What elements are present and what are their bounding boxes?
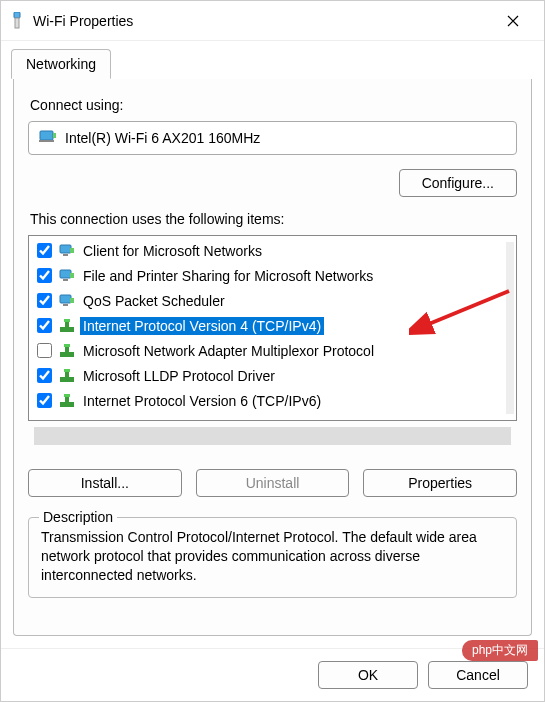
svg-rect-12 xyxy=(63,304,68,306)
list-item[interactable]: QoS Packet Scheduler xyxy=(29,288,506,313)
svg-rect-13 xyxy=(70,298,74,303)
item-label: File and Printer Sharing for Microsoft N… xyxy=(80,267,376,285)
item-checkbox[interactable] xyxy=(37,243,52,258)
vertical-scrollbar[interactable] xyxy=(506,242,514,414)
svg-rect-3 xyxy=(39,140,54,142)
svg-rect-25 xyxy=(64,394,70,397)
device-name: Intel(R) Wi-Fi 6 AX201 160MHz xyxy=(65,130,260,146)
description-title: Description xyxy=(39,509,117,525)
svg-rect-0 xyxy=(14,12,20,18)
item-label: Client for Microsoft Networks xyxy=(80,242,265,260)
list-item[interactable]: Microsoft LLDP Protocol Driver xyxy=(29,363,506,388)
connect-using-box: Intel(R) Wi-Fi 6 AX201 160MHz xyxy=(28,121,517,155)
titlebar: Wi-Fi Properties xyxy=(1,1,544,41)
items-label: This connection uses the following items… xyxy=(30,211,515,227)
description-group: Description Transmission Control Protoco… xyxy=(28,517,517,598)
close-button[interactable] xyxy=(490,5,536,37)
protocol-icon xyxy=(58,317,76,335)
item-checkbox[interactable] xyxy=(37,393,52,408)
list-item[interactable]: Internet Protocol Version 6 (TCP/IPv6) xyxy=(29,388,506,413)
list-item[interactable]: File and Printer Sharing for Microsoft N… xyxy=(29,263,506,288)
item-label: Internet Protocol Version 4 (TCP/IPv4) xyxy=(80,317,324,335)
networking-panel: Connect using: Intel(R) Wi-Fi 6 AX201 16… xyxy=(13,79,532,636)
properties-button[interactable]: Properties xyxy=(363,469,517,497)
svg-rect-6 xyxy=(63,254,68,256)
tabstrip: Networking xyxy=(1,41,544,79)
wifi-properties-window: Wi-Fi Properties Networking Connect usin… xyxy=(0,0,545,702)
protocol-icon xyxy=(58,367,76,385)
list-item[interactable]: Microsoft Network Adapter Multiplexor Pr… xyxy=(29,338,506,363)
svg-rect-8 xyxy=(60,270,71,278)
svg-rect-5 xyxy=(60,245,71,253)
item-checkbox[interactable] xyxy=(37,343,52,358)
watermark: php中文网 xyxy=(462,640,538,661)
wifi-adapter-icon xyxy=(9,11,25,31)
configure-button[interactable]: Configure... xyxy=(399,169,517,197)
client-icon xyxy=(58,292,76,310)
uninstall-button: Uninstall xyxy=(196,469,350,497)
svg-rect-4 xyxy=(53,133,56,138)
tab-networking[interactable]: Networking xyxy=(11,49,111,79)
svg-rect-10 xyxy=(70,273,74,278)
item-label: QoS Packet Scheduler xyxy=(80,292,228,310)
svg-rect-1 xyxy=(15,18,19,28)
install-button[interactable]: Install... xyxy=(28,469,182,497)
client-icon xyxy=(58,242,76,260)
window-title: Wi-Fi Properties xyxy=(33,13,490,29)
svg-rect-19 xyxy=(64,344,70,347)
item-checkbox[interactable] xyxy=(37,318,52,333)
list-item[interactable]: Client for Microsoft Networks xyxy=(29,238,506,263)
list-item[interactable]: Internet Protocol Version 4 (TCP/IPv4) xyxy=(29,313,506,338)
cancel-button[interactable]: Cancel xyxy=(428,661,528,689)
ok-button[interactable]: OK xyxy=(318,661,418,689)
configure-row: Configure... xyxy=(28,169,517,197)
svg-rect-22 xyxy=(64,369,70,372)
horizontal-scrollbar[interactable] xyxy=(34,427,511,445)
connect-using-label: Connect using: xyxy=(30,97,515,113)
client-icon xyxy=(58,267,76,285)
device-icon xyxy=(39,130,57,146)
protocol-icon xyxy=(58,392,76,410)
description-text: Transmission Control Protocol/Internet P… xyxy=(41,528,504,585)
svg-rect-2 xyxy=(40,131,53,140)
svg-rect-9 xyxy=(63,279,68,281)
item-label: Internet Protocol Version 6 (TCP/IPv6) xyxy=(80,392,324,410)
action-buttons: Install... Uninstall Properties xyxy=(28,469,517,497)
item-checkbox[interactable] xyxy=(37,368,52,383)
items-list: Client for Microsoft NetworksFile and Pr… xyxy=(28,235,517,421)
svg-rect-7 xyxy=(70,248,74,253)
item-checkbox[interactable] xyxy=(37,293,52,308)
svg-rect-11 xyxy=(60,295,71,303)
protocol-icon xyxy=(58,342,76,360)
item-label: Microsoft LLDP Protocol Driver xyxy=(80,367,278,385)
dialog-footer: OK Cancel php中文网 xyxy=(1,648,544,701)
svg-rect-16 xyxy=(64,319,70,322)
item-label: Microsoft Network Adapter Multiplexor Pr… xyxy=(80,342,377,360)
item-checkbox[interactable] xyxy=(37,268,52,283)
